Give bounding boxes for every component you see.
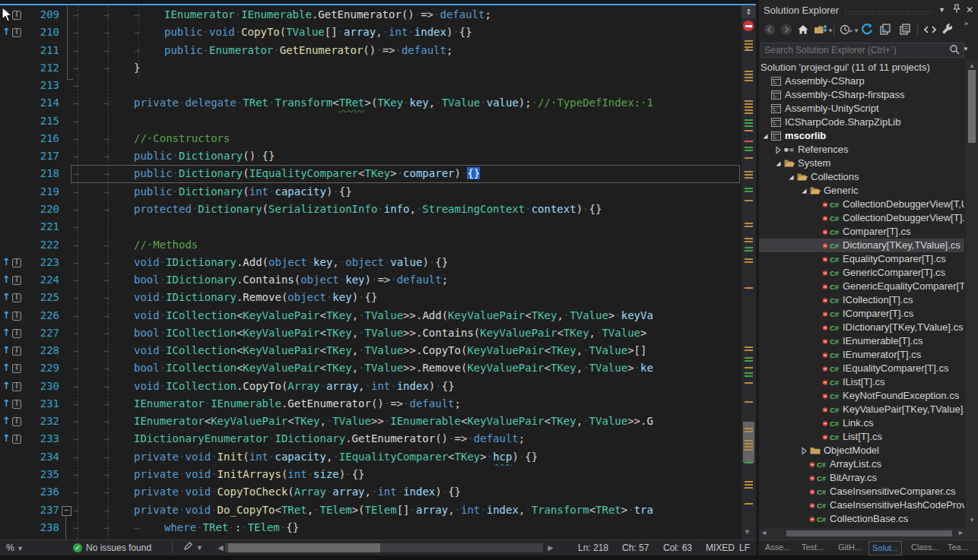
panel-drag-grip[interactable] (844, 11, 932, 15)
code-line-234[interactable]: →→private·void·Init(int·capacity,·IEqual… (73, 448, 538, 466)
implements-interface-icon[interactable]: ↑I (2, 26, 25, 40)
tree-hscroll-thumb[interactable] (786, 530, 952, 536)
horizontal-scrollbar[interactable] (225, 543, 543, 552)
tree-item-collectionbase-cs[interactable]: C#CollectionBase.cs (759, 512, 964, 526)
tree-item-assembly-unityscript[interactable]: Assembly-UnityScript (759, 102, 964, 115)
solution-tree[interactable]: Solution 'project-gui' (11 of 11 project… (759, 61, 964, 527)
implements-interface-icon[interactable]: ↑I (2, 362, 25, 375)
tree-item-caseinsensitivecomparer-cs[interactable]: C#CaseInsensitiveComparer.cs (759, 485, 964, 498)
search-input[interactable] (760, 43, 964, 58)
code-line-229[interactable]: →→bool·ICollection<KeyValuePair<TKey,·TV… (73, 359, 653, 377)
tree-item-iequalitycomparer-t-cs[interactable]: C#IEqualityComparer[T].cs (759, 362, 964, 375)
code-line-235[interactable]: →→private·void·InitArrays(int·size)·{} (73, 466, 365, 483)
code-line-230[interactable]: →→void·ICollection.CopyTo(Array·array,·i… (73, 378, 455, 395)
tree-item-arraylist-cs[interactable]: C#ArrayList.cs (759, 457, 964, 471)
implements-interface-icon[interactable]: ↑I (2, 397, 25, 411)
view-code-icon[interactable] (923, 24, 937, 37)
show-all-files-icon[interactable] (899, 24, 913, 37)
tree-item-system[interactable]: System (759, 157, 964, 170)
history-icon[interactable] (840, 24, 853, 37)
code-line-215[interactable]: → (73, 112, 103, 130)
implements-interface-icon[interactable]: ↑I (2, 344, 25, 358)
tool-window-tab-class[interactable]: Class... (908, 541, 942, 554)
code-line-237[interactable]: →→private·void·Do_CopyTo<TRet,·TElem>(TE… (73, 501, 653, 519)
implements-interface-icon[interactable]: ↑I (2, 327, 25, 340)
tree-item-genericcomparer-t-cs[interactable]: C#GenericComparer[T].cs (759, 266, 964, 280)
implements-interface-icon[interactable]: ↑I (2, 309, 25, 323)
tree-item-ienumerable-t-cs[interactable]: C#IEnumerable[T].cs (759, 334, 964, 348)
tree-item-icsharpcode-sharpziplib[interactable]: ICSharpCode.SharpZipLib (759, 115, 964, 129)
tree-item-icollection-t-cs[interactable]: C#ICollection[T].cs (759, 293, 964, 307)
code-line-210[interactable]: →→→public·void·CopyTo(TValue[]·array,·in… (73, 24, 472, 41)
code-line-212[interactable]: →→} (73, 59, 140, 77)
code-line-211[interactable]: →→→public·Enumerator·GetEnumerator()·=>·… (73, 42, 452, 59)
code-line-214[interactable]: →→private·delegate·TRet·Transform<TRet>(… (73, 94, 653, 112)
implements-interface-icon[interactable]: ↑I (2, 432, 25, 446)
editor-split-handle-icon[interactable]: ⇕ (741, 6, 756, 18)
tree-item-keynotfoundexception-cs[interactable]: C#KeyNotFoundException.cs (759, 389, 964, 403)
code-line-227[interactable]: →→bool·ICollection<KeyValuePair<TKey,·TV… (73, 324, 646, 342)
back-icon[interactable] (764, 24, 777, 37)
code-line-231[interactable]: →→IEnumerator·IEnumerable.GetEnumerator(… (73, 395, 461, 413)
forward-icon[interactable] (780, 24, 794, 37)
tree-item-dictionary-tkey-tvalue-cs[interactable]: C#Dictionary[TKey,TValue].cs (759, 239, 964, 252)
tree-vscroll-down-arrow[interactable]: ▼ (969, 517, 975, 524)
line-ending-indicator[interactable]: LF (739, 540, 750, 555)
document-actions-icon[interactable] (183, 540, 193, 555)
code-line-226[interactable]: →→void·ICollection<KeyValuePair<TKey,·TV… (73, 307, 653, 324)
tree-item-collectiondebuggerview-t-u-cs[interactable]: C#CollectionDebuggerView[T,U].cs (759, 198, 964, 211)
code-line-216[interactable]: →→//·Constructors (73, 130, 230, 147)
code-line-238[interactable]: →→→where·TRet·:·TElem·{} (73, 519, 299, 536)
indentation-indicator[interactable]: MIXED (706, 540, 735, 555)
hscroll-left-arrow[interactable]: ◄ (216, 540, 225, 555)
close-icon[interactable]: ✕ (966, 5, 973, 15)
hscroll-right-arrow[interactable]: ► (546, 540, 555, 555)
expanded-chevron-icon[interactable] (786, 172, 795, 182)
tree-item-bitarray-cs[interactable]: C#BitArray.cs (759, 471, 964, 485)
tree-item-idictionary-tkey-tvalue-cs[interactable]: C#IDictionary[TKey,TValue].cs (759, 321, 964, 334)
tool-window-tab-test[interactable]: Test... (799, 541, 827, 554)
code-line-222[interactable]: →→//·Methods (73, 236, 198, 254)
health-status[interactable]: No issues found (86, 540, 151, 555)
tree-item-ienumerator-t-cs[interactable]: C#IEnumerator[T].cs (759, 348, 964, 362)
implements-interface-icon[interactable]: ↑I (2, 415, 25, 429)
document-actions-caret[interactable]: ▼ (196, 540, 203, 555)
tree-item-assembly-csharp[interactable]: Assembly-CSharp (759, 74, 964, 88)
code-line-221[interactable]: → (73, 218, 103, 236)
tree-item-list-t-cs[interactable]: C#List[T].cs (759, 430, 964, 444)
implements-interface-icon[interactable]: ↑I (2, 274, 25, 287)
tree-item-caseinsensitivehashcodeprovider-cs[interactable]: C#CaseInsensitiveHashCodeProvider.cs (759, 498, 964, 512)
column-indicator[interactable]: Col: 63 (663, 540, 692, 555)
code-line-209[interactable]: →→→IEnumerator·IEnumerable.GetEnumerator… (73, 6, 491, 24)
char-indicator[interactable]: Ch: 57 (622, 540, 649, 555)
tree-root[interactable]: Solution 'project-gui' (11 of 11 project… (759, 61, 964, 74)
editor-scrollbar[interactable]: ⇕ ▲ ▼ (741, 5, 756, 539)
code-line-220[interactable]: →→protected·Dictionary(SerializationInfo… (73, 201, 602, 218)
tree-hscroll-right-arrow[interactable]: ► (957, 529, 964, 536)
tree-item-equalitycomparer-t-cs[interactable]: C#EqualityComparer[T].cs (759, 252, 964, 266)
toolbar-overflow-icon[interactable]: » (964, 20, 967, 27)
tree-item-generic[interactable]: Generic (759, 184, 964, 198)
tree-vscroll-thumb[interactable] (968, 70, 976, 143)
code-line-233[interactable]: →→IDictionaryEnumerator·IDictionary.GetE… (73, 430, 525, 448)
code-line-218[interactable]: →→public·Dictionary(IEqualityComparer<TK… (73, 165, 480, 182)
tree-item-genericequalitycomparer-t-cs[interactable]: C#GenericEqualityComparer[T].cs (759, 280, 964, 293)
tree-item-collections[interactable]: Collections (759, 170, 964, 184)
properties-icon[interactable] (941, 24, 955, 37)
tree-horizontal-scrollbar[interactable]: ◄ ► (759, 528, 966, 539)
tree-hscroll-left-arrow[interactable]: ◄ (760, 529, 767, 536)
implements-interface-icon[interactable]: ↑I (2, 380, 25, 394)
tool-window-tab-tea[interactable]: Tea... (945, 541, 971, 554)
search-icon[interactable] (949, 44, 960, 55)
scroll-down-arrow[interactable]: ▼ (744, 528, 751, 536)
tree-item-link-cs[interactable]: C#Link.cs (759, 416, 964, 430)
implements-interface-icon[interactable]: ↑I (2, 256, 25, 270)
expanded-chevron-icon[interactable] (799, 185, 808, 196)
zoom-control[interactable]: % ▼ (6, 540, 24, 555)
window-position-menu-icon[interactable]: ▼ (938, 6, 945, 14)
refresh-icon[interactable] (861, 24, 875, 37)
code-line-232[interactable]: →→IEnumerator<KeyValuePair<TKey,·TValue>… (73, 413, 653, 430)
expanded-chevron-icon[interactable] (760, 131, 770, 141)
home-icon[interactable] (797, 24, 811, 37)
tree-item-icomparer-t-cs[interactable]: C#IComparer[T].cs (759, 307, 964, 321)
